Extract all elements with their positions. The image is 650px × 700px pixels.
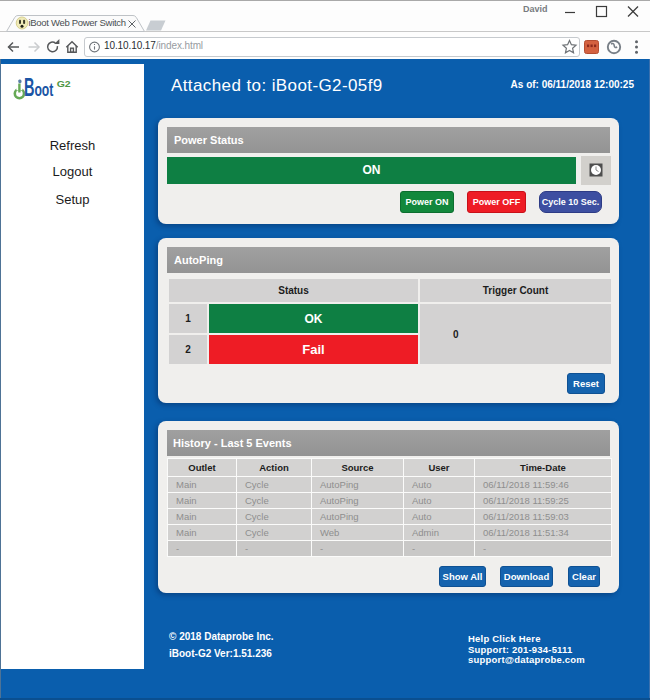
svg-text:oot: oot xyxy=(34,79,53,100)
svg-text:B: B xyxy=(24,74,35,101)
svg-text:G2: G2 xyxy=(57,78,71,89)
